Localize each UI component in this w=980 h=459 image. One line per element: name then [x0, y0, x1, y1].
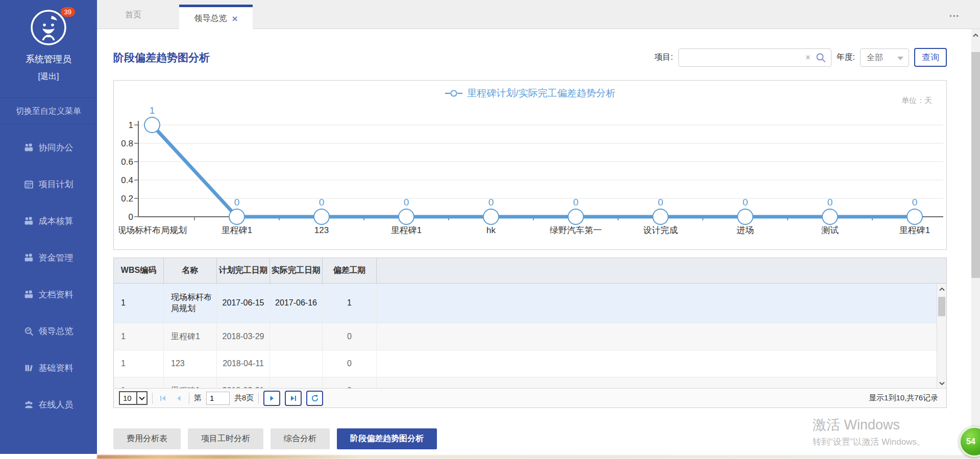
cell-dev: 0: [323, 350, 377, 377]
svg-text:0: 0: [658, 197, 664, 208]
project-search-box: ×: [678, 48, 831, 67]
sidebar-item-documents[interactable]: 文档资料: [0, 276, 97, 313]
table-scroll-up-icon[interactable]: [938, 285, 946, 294]
pagination-bar: 10 第 共8页: [114, 388, 946, 407]
sidebar-item-label: 领导总览: [39, 325, 74, 337]
divider: [152, 393, 153, 404]
year-select-value: 全部: [867, 53, 883, 62]
page-scrollbar[interactable]: [971, 29, 980, 454]
year-label: 年度:: [837, 52, 855, 63]
sidebar-item-label: 项目计划: [39, 178, 74, 190]
refresh-button[interactable]: [306, 391, 323, 406]
cell-name: 现场标杆布局规划: [164, 284, 217, 323]
trend-line-chart: 00.20.40.60.811现场标杆布局规划0里程碑101230里程碑10hk…: [119, 102, 951, 247]
svg-text:里程碑1: 里程碑1: [391, 225, 422, 235]
search-icon[interactable]: [816, 53, 826, 63]
column-header[interactable]: 偏差工期: [323, 258, 377, 283]
bottom-tab-expense-analysis[interactable]: 费用分析表: [113, 428, 181, 449]
tab-close-icon[interactable]: ×: [232, 14, 237, 23]
chart-panel: 里程碑计划/实际完工偏差趋势分析 单位：天 00.20.40.60.811现场标…: [113, 80, 947, 250]
bottom-tab-comprehensive-analysis[interactable]: 综合分析: [271, 428, 330, 449]
cell-wbs: 1: [114, 284, 164, 323]
cell-wbs: 1: [114, 377, 164, 389]
cell-plan: 2017-06-15: [217, 284, 270, 323]
tab-label: 领导总览: [194, 13, 227, 24]
cell-actual: [270, 377, 323, 389]
scrollbar-thumb[interactable]: [971, 52, 980, 278]
group-icon: [24, 400, 34, 410]
cell-name: 里程碑1: [164, 323, 217, 350]
cell-actual: [270, 323, 323, 350]
page-title: 阶段偏差趋势图分析: [113, 50, 210, 65]
data-grid: WBS编码名称计划完工日期实际完工日期偏差工期 1现场标杆布局规划2017-06…: [113, 258, 947, 408]
first-page-button[interactable]: [157, 392, 168, 405]
cell-plan: 2018-04-11: [217, 350, 270, 377]
svg-text:进场: 进场: [737, 225, 754, 235]
sidebar-item-leader-overview[interactable]: 领导总览: [0, 313, 97, 349]
table-row[interactable]: 11232018-04-110: [114, 350, 946, 377]
year-select[interactable]: 全部: [860, 48, 909, 67]
total-pages-label: 共8页: [234, 393, 254, 403]
people-icon: [24, 290, 34, 299]
sidebar-item-label: 协同办公: [39, 142, 74, 154]
filter-bar: 项目: × 年度: 全部 查询: [654, 48, 947, 67]
watermark-line2: 转到“设置”以激活 Windows。: [813, 436, 925, 448]
more-options-icon[interactable]: •••: [949, 12, 960, 20]
cell-filler: [377, 284, 946, 323]
table-rows: 1现场标杆布局规划2017-06-152017-06-1611里程碑12018-…: [114, 284, 946, 389]
calendar-icon: [24, 180, 34, 189]
column-header[interactable]: 名称: [164, 258, 217, 283]
people-icon: [24, 143, 34, 152]
svg-text:0: 0: [573, 197, 579, 208]
next-page-button[interactable]: [263, 391, 280, 406]
sidebar-item-project-plan[interactable]: 项目计划: [0, 166, 97, 202]
svg-text:hk: hk: [486, 225, 496, 235]
page-number-input[interactable]: [206, 392, 230, 405]
legend-marker-icon: [445, 89, 463, 97]
sidebar: 39 系统管理员 [退出] 切换至自定义菜单 协同办公项目计划成本核算资金管理文…: [0, 0, 97, 454]
svg-text:0: 0: [912, 197, 918, 208]
page-size-select[interactable]: 10: [119, 391, 148, 405]
table-row[interactable]: 1现场标杆布局规划2017-06-152017-06-161: [114, 284, 946, 323]
column-header[interactable]: 实际完工日期: [270, 258, 323, 283]
bottom-tab-stage-deviation-trend[interactable]: 阶段偏差趋势图分析: [337, 428, 437, 449]
logout-link[interactable]: [退出]: [0, 71, 97, 82]
prev-page-button[interactable]: [173, 392, 184, 405]
table-row[interactable]: 1里程碑12018-03-290: [114, 323, 946, 350]
bottom-tab-project-hours-analysis[interactable]: 项目工时分析: [188, 428, 263, 449]
avatar[interactable]: 39: [29, 8, 68, 47]
sidebar-item-collaboration[interactable]: 协同办公: [0, 129, 97, 166]
divider: [258, 393, 259, 404]
scroll-up-icon[interactable]: [971, 31, 980, 40]
table-scrollbar[interactable]: [937, 284, 946, 389]
column-header[interactable]: 计划完工日期: [217, 258, 270, 283]
cell-actual: [270, 350, 323, 377]
tab-bar: 首页 领导总览 × •••: [97, 0, 980, 29]
switch-menu-button[interactable]: 切换至自定义菜单: [0, 97, 97, 124]
page-prefix-label: 第: [194, 393, 202, 403]
project-search-input[interactable]: [679, 49, 801, 66]
svg-text:0: 0: [743, 197, 748, 208]
sidebar-item-online-users[interactable]: 在线人员: [0, 386, 97, 423]
project-label: 项目:: [654, 52, 673, 63]
cell-plan: 2018-03-29: [217, 323, 270, 350]
sidebar-item-fund-management[interactable]: 资金管理: [0, 239, 97, 276]
record-summary: 显示1到10,共76记录: [869, 393, 941, 403]
query-button[interactable]: 查询: [914, 48, 947, 67]
page-size-value: 10: [120, 394, 136, 402]
column-header[interactable]: WBS编码: [114, 258, 164, 283]
clear-icon[interactable]: ×: [805, 53, 810, 62]
notification-badge: 39: [61, 7, 75, 17]
sidebar-item-cost-accounting[interactable]: 成本核算: [0, 202, 97, 239]
sidebar-item-basic-data[interactable]: 基础资料: [0, 349, 97, 386]
table-row[interactable]: 1里程碑12018-03-310: [114, 377, 946, 389]
table-scrollbar-thumb[interactable]: [938, 297, 945, 316]
svg-text:设计完成: 设计完成: [643, 225, 678, 235]
cell-wbs: 1: [114, 350, 164, 377]
svg-text:0: 0: [488, 197, 494, 208]
table-scroll-down-icon[interactable]: [938, 379, 946, 388]
last-page-button[interactable]: [285, 391, 302, 406]
table-body: 1现场标杆布局规划2017-06-152017-06-1611里程碑12018-…: [114, 284, 946, 389]
tab-leader-overview[interactable]: 领导总览 ×: [179, 5, 253, 30]
tab-home[interactable]: 首页: [125, 0, 141, 29]
